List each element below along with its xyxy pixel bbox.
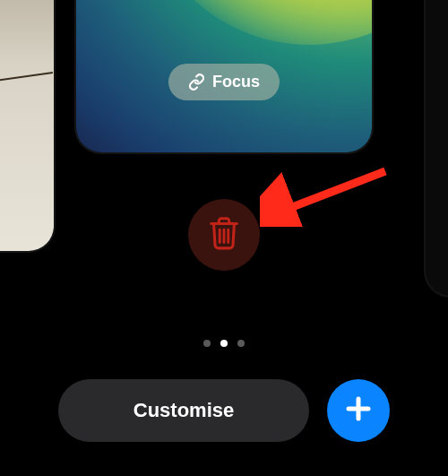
page-indicator: [203, 340, 245, 347]
page-dot: [203, 340, 211, 347]
customise-label: Customise: [134, 399, 234, 422]
customise-button[interactable]: Customise: [58, 379, 309, 442]
bottom-toolbar: Customise: [0, 379, 448, 442]
wallpaper-card-prev[interactable]: [0, 0, 54, 251]
add-wallpaper-button[interactable]: [327, 379, 390, 442]
focus-link-button[interactable]: Focus: [168, 64, 280, 100]
plus-icon: [342, 393, 375, 428]
trash-icon: [207, 215, 241, 255]
page-dot-active: [220, 340, 228, 347]
wallpaper-card-next[interactable]: [426, 0, 448, 296]
link-icon: [188, 74, 205, 91]
page-dot: [237, 340, 245, 347]
focus-label: Focus: [212, 73, 260, 91]
wallpaper-card-current[interactable]: Focus: [76, 0, 372, 152]
delete-wallpaper-button[interactable]: [188, 199, 260, 271]
